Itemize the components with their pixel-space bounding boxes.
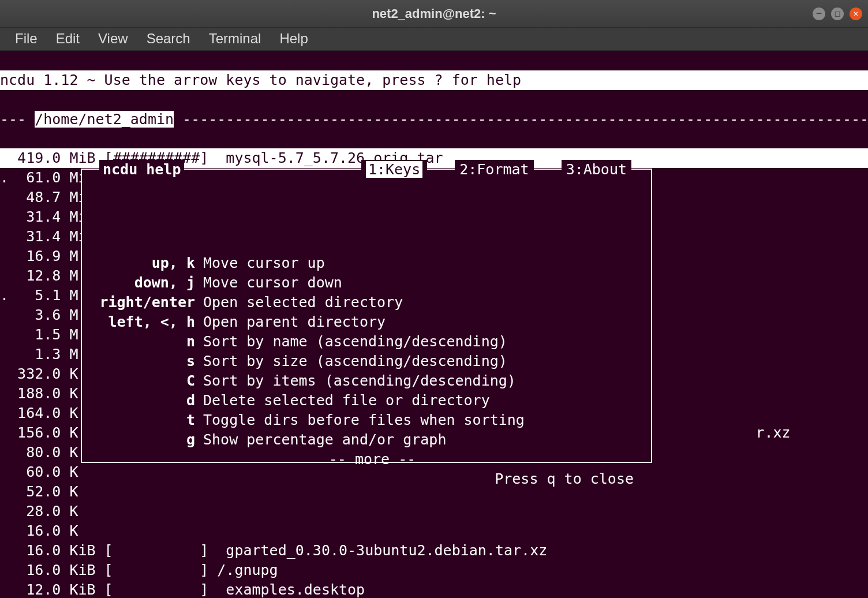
help-key: up, k: [93, 253, 203, 273]
window-controls: ─ □ ✕: [813, 8, 862, 20]
help-footer: Press q to close: [93, 469, 651, 489]
window-titlebar: net2_admin@net2: ~ ─ □ ✕: [0, 0, 868, 28]
help-key: C: [93, 371, 203, 391]
help-key: t: [93, 410, 203, 430]
terminal-area[interactable]: ncdu 1.12 ~ Use the arrow keys to naviga…: [0, 51, 868, 598]
help-key: n: [93, 332, 203, 352]
help-key-row: dDelete selected file or directory: [93, 391, 651, 410]
help-desc: Toggle dirs before files when sorting: [203, 410, 651, 430]
help-key: s: [93, 352, 203, 371]
ncdu-header: ncdu 1.12 ~ Use the arrow keys to naviga…: [0, 70, 868, 90]
help-more: -- more --: [93, 450, 651, 469]
help-key-row: gShow percentage and/or graph: [93, 430, 651, 450]
help-desc: Sort by items (ascending/descending): [203, 371, 651, 391]
window-title: net2_admin@net2: ~: [372, 5, 496, 23]
help-key-row: tToggle dirs before files when sorting: [93, 410, 651, 430]
menu-search[interactable]: Search: [139, 27, 199, 50]
menu-help[interactable]: Help: [271, 27, 316, 50]
minimize-button[interactable]: ─: [813, 8, 825, 20]
close-button[interactable]: ✕: [850, 8, 862, 20]
help-key-row: sSort by size (ascending/descending): [93, 352, 651, 371]
help-key-row: up, kMove cursor up: [93, 253, 651, 273]
help-key: d: [93, 391, 203, 410]
help-key: left, <, h: [93, 312, 203, 332]
help-key-row: CSort by items (ascending/descending): [93, 371, 651, 391]
help-body: up, kMove cursor updown, jMove cursor do…: [82, 228, 651, 489]
path-line: --- /home/net2_admin -------------------…: [0, 110, 868, 129]
maximize-button[interactable]: □: [831, 8, 844, 20]
help-desc: Open selected directory: [203, 293, 651, 312]
file-row[interactable]: 16.0 KiB [ ] gparted_0.30.0-3ubuntu2.deb…: [0, 541, 868, 560]
help-key-row: nSort by name (ascending/descending): [93, 332, 651, 352]
help-dialog: ncdu help 1:Keys 2:Format 3:About up, kM…: [81, 169, 652, 463]
menu-terminal[interactable]: Terminal: [201, 27, 270, 50]
help-tab-format[interactable]: 2:Format: [455, 160, 533, 180]
help-desc: Sort by name (ascending/descending): [203, 332, 651, 352]
help-key-row: right/enterOpen selected directory: [93, 293, 651, 312]
help-title: ncdu help: [99, 160, 184, 180]
help-tab-keys[interactable]: 1:Keys: [361, 160, 427, 180]
file-row[interactable]: 16.0 KiB [ ] /.gnupg: [0, 560, 868, 580]
help-desc: Sort by size (ascending/descending): [203, 352, 651, 371]
file-row[interactable]: 12.0 KiB [ ] examples.desktop: [0, 580, 868, 598]
help-desc: Show percentage and/or graph: [203, 430, 651, 450]
help-desc: Open parent directory: [203, 312, 651, 332]
help-key-row: left, <, hOpen parent directory: [93, 312, 651, 332]
help-tabs: ncdu help 1:Keys 2:Format 3:About: [82, 160, 651, 180]
menu-view[interactable]: View: [90, 27, 136, 50]
help-key-row: down, jMove cursor down: [93, 273, 651, 293]
help-desc: Delete selected file or directory: [203, 391, 651, 410]
help-key: g: [93, 430, 203, 450]
help-desc: Move cursor down: [203, 273, 651, 293]
help-desc: Move cursor up: [203, 253, 651, 273]
help-key: right/enter: [93, 293, 203, 312]
help-tab-about[interactable]: 3:About: [562, 160, 631, 180]
menubar: File Edit View Search Terminal Help: [0, 28, 868, 51]
help-key: down, j: [93, 273, 203, 293]
menu-edit[interactable]: Edit: [48, 27, 88, 50]
menu-file[interactable]: File: [7, 27, 46, 50]
